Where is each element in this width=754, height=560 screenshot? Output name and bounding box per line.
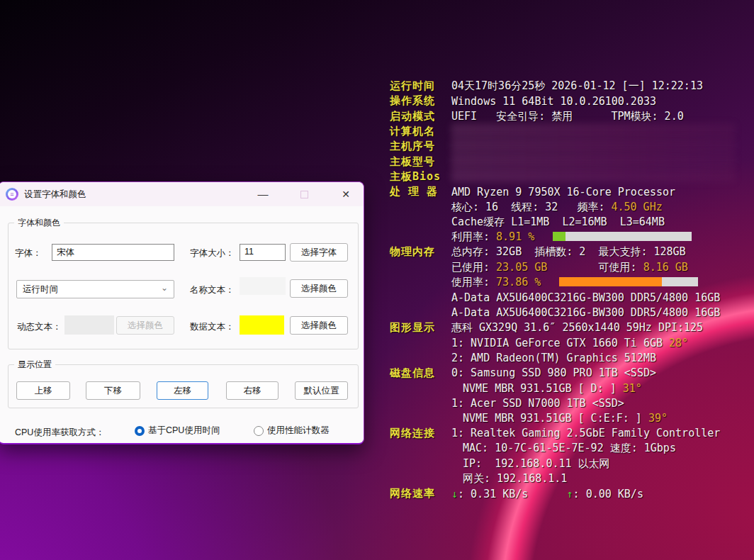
sysinfo-text: 2: AMD Radeon(TM) Graphics 512MB: [451, 352, 656, 364]
sysinfo-text: 31°: [623, 382, 642, 395]
cpu-usage-bar: [553, 232, 692, 241]
move-down-button[interactable]: 下移: [86, 381, 140, 400]
font-input[interactable]: 宋体: [52, 244, 174, 261]
redacted-value: [451, 168, 735, 182]
sysinfo-text: 8.91 %: [496, 230, 534, 243]
sysinfo-text: 28°: [669, 337, 688, 349]
sysinfo-text: 4.50 GHz: [611, 201, 662, 213]
sysinfo-content: NVME MBR 931.51GB [ C:E:F: ] 39°: [451, 412, 668, 425]
sysinfo-label: 运行时间: [390, 79, 451, 93]
sysinfo-text: Windows 11 64Bit 10.0.26100.2033: [451, 95, 656, 108]
radio-selected-icon: [135, 426, 145, 436]
sysinfo-content: 1: Realtek Gaming 2.5GbE Family Controll…: [451, 427, 720, 439]
sysinfo-content: 1: NVIDIA GeForce GTX 1660 Ti 6GB 28°: [451, 337, 688, 349]
sysinfo: 运行时间04天17时36分25秒 2026-01-12 [一] 12:22:13…: [390, 79, 748, 501]
font-size-input[interactable]: 11: [240, 244, 286, 261]
sysinfo-text: 利用率:: [451, 230, 496, 243]
desktop: 运行时间04天17时36分25秒 2026-01-12 [一] 12:22:13…: [0, 0, 754, 560]
sysinfo-row: A-Data AX5U6400C3216G-BW300 DDR5/4800 16…: [390, 290, 748, 305]
sysinfo-content: IP: 192.168.0.11 以太网: [451, 457, 610, 471]
sysinfo-text: 0: Samsung SSD 980 PRO 1TB <SSD>: [451, 366, 656, 379]
select-font-button[interactable]: 选择字体: [290, 243, 348, 262]
sysinfo-label: 主板型号: [390, 155, 451, 169]
sysinfo-row: IP: 192.168.0.11 以太网: [390, 456, 748, 471]
sysinfo-content: ↓: 0.31 KB/s ↑: 0.00 KB/s: [451, 488, 643, 500]
sysinfo-row: 网络连接1: Realtek Gaming 2.5GbE Family Cont…: [390, 426, 748, 441]
maximize-button[interactable]: [293, 182, 315, 206]
cpu-time-radio[interactable]: 基于CPU使用时间: [135, 425, 220, 437]
sysinfo-row: 主机序号: [390, 139, 748, 154]
sysinfo-row: 物理内存总内存: 32GB 插槽数: 2 最大支持: 128GB: [390, 245, 748, 259]
sysinfo-text: ↓: [451, 488, 458, 500]
dialog-title: 设置字体和颜色: [24, 189, 86, 201]
sysinfo-row: 利用率: 8.91 %: [390, 230, 748, 245]
sysinfo-text: 惠科 GX329Q 31.6″ 2560x1440 59Hz DPI:125: [451, 321, 703, 334]
data-text-label: 数据文本：: [190, 321, 235, 333]
sysinfo-text: UEFI 安全引导: 禁用 TPM模块: 2.0: [451, 110, 684, 123]
select-name-color-button[interactable]: 选择颜色: [290, 279, 348, 298]
sysinfo-text: 1: NVIDIA GeForce GTX 1660 Ti 6GB: [451, 337, 669, 349]
sysinfo-content: UEFI 安全引导: 禁用 TPM模块: 2.0: [451, 110, 684, 123]
sysinfo-row: Cache缓存 L1=1MB L2=16MB L3=64MB: [390, 215, 748, 230]
sysinfo-row: 运行时间04天17时36分25秒 2026-01-12 [一] 12:22:13: [390, 79, 748, 94]
sysinfo-text: Cache缓存 L1=1MB L2=16MB L3=64MB: [451, 215, 665, 228]
minimize-button[interactable]: —: [252, 182, 274, 206]
sysinfo-content: Windows 11 64Bit 10.0.26100.2033: [451, 95, 656, 108]
sysinfo-content: 核心: 16 线程: 32 频率: 4.50 GHz: [451, 201, 663, 214]
menu-icon: ≡: [8, 190, 16, 198]
dialog-titlebar: ≡ 设置字体和颜色 — ✕: [0, 182, 364, 206]
sysinfo-label: 计算机名: [390, 125, 451, 138]
dynamic-color-swatch: [64, 315, 114, 335]
settings-dialog: ≡ 设置字体和颜色 — ✕ 字体和颜色 字体： 宋体 字体大小： 11 选择字体…: [0, 181, 364, 444]
sysinfo-text: AMD Ryzen 9 7950X 16-Core Processor: [451, 186, 675, 198]
sysinfo-row: 网关: 192.168.1.1: [390, 471, 748, 486]
cpu-method-label: CPU使用率获取方式：: [15, 427, 104, 439]
data-color-swatch: [240, 315, 284, 335]
sysinfo-text: 使用率:: [451, 276, 496, 289]
sysinfo-label: 磁盘信息: [390, 366, 451, 380]
sysinfo-text: IP: 192.168.0.11 以太网: [463, 457, 610, 470]
sysinfo-text: MAC: 10-7C-61-5E-7E-92 速度: 1Gbps: [463, 442, 676, 454]
item-dropdown-value: 运行时间: [23, 284, 58, 296]
radio-unselected-icon: [254, 426, 264, 436]
sysinfo-content: A-Data AX5U6400C3216G-BW300 DDR5/4800 16…: [451, 291, 720, 304]
sysinfo-content: NVME MBR 931.51GB [ D: ] 31°: [451, 382, 642, 395]
sysinfo-content: 04天17时36分25秒 2026-01-12 [一] 12:22:13: [451, 79, 703, 93]
sysinfo-content: 0: Samsung SSD 980 PRO 1TB <SSD>: [451, 366, 656, 379]
sysinfo-text: 04天17时36分25秒 2026-01-12 [一] 12:22:13: [451, 79, 703, 92]
perf-counter-radio[interactable]: 使用性能计数器: [254, 425, 330, 437]
sysinfo-text: 1: Acer SSD N7000 1TB <SSD>: [451, 397, 624, 410]
redacted-value: [451, 138, 735, 152]
sysinfo-content: 总内存: 32GB 插槽数: 2 最大支持: 128GB: [451, 245, 686, 259]
sysinfo-text: A-Data AX5U6400C3216G-BW300 DDR5/4800 16…: [451, 306, 720, 319]
sysinfo-row: 核心: 16 线程: 32 频率: 4.50 GHz: [390, 199, 748, 214]
sysinfo-text: : 0.31 KB/s: [458, 488, 567, 500]
sysinfo-text: : 0.00 KB/s: [573, 488, 643, 500]
sysinfo-label: 操作系统: [390, 94, 451, 108]
sysinfo-content: 已使用: 23.05 GB 可使用: 8.16 GB: [451, 261, 688, 274]
font-size-label: 字体大小：: [190, 247, 235, 259]
move-up-button[interactable]: 上移: [16, 381, 70, 400]
sysinfo-content: 2: AMD Radeon(TM) Graphics 512MB: [451, 352, 656, 364]
cpu-usage-bar-fill: [553, 232, 565, 241]
select-data-color-button[interactable]: 选择颜色: [290, 316, 348, 335]
sysinfo-row: 2: AMD Radeon(TM) Graphics 512MB: [390, 350, 748, 365]
sysinfo-content: 1: Acer SSD N7000 1TB <SSD>: [451, 397, 624, 410]
sysinfo-row: 磁盘信息0: Samsung SSD 980 PRO 1TB <SSD>: [390, 366, 748, 381]
name-color-swatch: [240, 277, 286, 295]
sysinfo-text: NVME MBR 931.51GB [ C:E:F: ]: [463, 412, 648, 425]
default-position-button[interactable]: 默认位置: [295, 381, 348, 400]
sysinfo-row: 使用率: 73.86 %: [390, 275, 748, 290]
move-left-button[interactable]: 左移: [157, 381, 208, 400]
chevron-down-icon: ⌄: [161, 283, 168, 293]
move-right-button[interactable]: 右移: [226, 381, 278, 400]
name-text-label: 名称文本：: [190, 284, 235, 296]
redacted-value: [451, 123, 735, 138]
sysinfo-label: 主板Bios: [390, 170, 451, 184]
font-label: 字体：: [15, 247, 42, 259]
sysinfo-row: 主板Bios: [390, 169, 748, 184]
sysinfo-content: A-Data AX5U6400C3216G-BW300 DDR5/4800 16…: [451, 306, 720, 319]
sysinfo-text: NVME MBR 931.51GB [ D: ]: [463, 382, 623, 395]
close-button[interactable]: ✕: [335, 182, 356, 206]
item-dropdown[interactable]: 运行时间 ⌄: [16, 280, 174, 298]
